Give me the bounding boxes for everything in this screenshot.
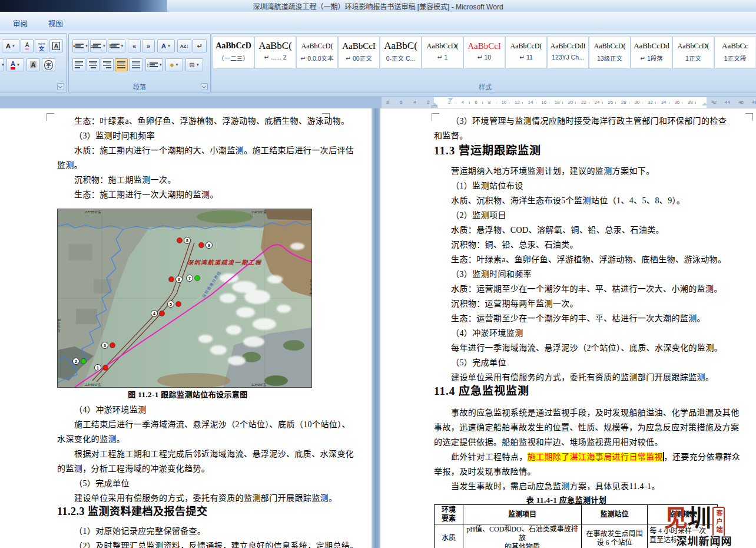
text-line[interactable]: 沉积物：施工期监测一次。 (74, 174, 176, 186)
align-right-button[interactable] (101, 58, 114, 71)
text-line[interactable]: 此外针对工程特点，施工期除了湛江海事局进行日常监视，还要充分依靠群众 (451, 451, 740, 463)
shading-button[interactable]: ◆▼ (165, 58, 183, 71)
align-left-button[interactable] (72, 58, 85, 71)
phonetic-guide-button[interactable]: wén文 (35, 39, 48, 52)
paragraph-dialog-launcher[interactable] (201, 83, 208, 90)
increase-indent-button[interactable]: » (142, 39, 155, 52)
tab-review[interactable]: 审阅 (9, 15, 31, 31)
text-line[interactable]: 生态：施工期进行一次大潮期的监测。 (74, 189, 218, 201)
style-item-6[interactable]: AaBbCcD(↵ 1 (422, 36, 463, 69)
station-number: 5 (170, 302, 172, 306)
figure-map[interactable]: 123456789深圳湾航道疏浚一期工程深圳香港分界线113°55'0"东114… (57, 209, 312, 388)
text-line[interactable]: 每年进行一季海域海流、悬浮泥沙（2个站位）、底质、水深变化的监测。 (451, 342, 722, 354)
text-line[interactable]: 当发生事故时，需启动应急监测方案，具体见表11.4-1。 (451, 481, 660, 493)
font-dialog-launcher[interactable] (57, 83, 64, 90)
text-line[interactable]: 和监督。 (434, 130, 468, 142)
text-line[interactable]: （4）冲淤环境监测 (451, 328, 523, 339)
style-item-1[interactable]: AaBbCcD（一二三） (213, 36, 254, 69)
text-line[interactable]: 水深变化的监测。 (57, 434, 125, 445)
multilevel-list-button[interactable]: ⁝▼ (108, 39, 125, 52)
text-line[interactable]: 的选定提供依据。船舶监视和岸边、堆场监视费用相对较低。 (434, 437, 663, 448)
text-line[interactable]: （1）对原始记录应完整保留备查。 (74, 526, 205, 537)
style-item-4[interactable]: AaBbCcI↵ 00正文 (338, 36, 380, 69)
character-border-button[interactable]: A (49, 39, 63, 52)
justify-button[interactable] (115, 58, 128, 71)
text-line[interactable]: 建设单位采用有偿服务的方式，委托有资质的监测部门开展跟踪监测。 (451, 372, 714, 384)
heading[interactable]: 11.3 营运期跟踪监测 (434, 145, 541, 157)
character-shading-button[interactable]: A (26, 58, 40, 71)
text-line[interactable]: 施工结束后进行一季海域海流、悬浮泥沙（2个站位）、底质（10个站位）、 (74, 419, 350, 431)
caption[interactable]: 表 11.4-1 应急监测计划 (434, 494, 699, 506)
table-cell[interactable]: 每 4 小时采样一次直至达标 (648, 524, 718, 548)
page-left[interactable]: 123456789深圳湾航道疏浚一期工程深圳香港分界线113°55'0"东114… (0, 108, 372, 548)
numbering-button[interactable]: 1▼ (90, 39, 107, 52)
tab-view[interactable]: 视图 (45, 15, 67, 31)
title-bar[interactable]: 深圳湾航道疏浚工程（一期）环境影响报告书送审稿 [兼容模式] - Microso… (0, 0, 756, 12)
align-center-button[interactable] (87, 58, 100, 71)
text-line[interactable]: 生态：运营期至少在一个潮汐年的丰、平、枯进行一次大潮的监测。 (451, 313, 705, 325)
text-line[interactable]: （4）冲淤环境监测 (74, 404, 147, 416)
text-line[interactable]: （2）及时整理汇总监测资料，反馈通报，建立良好的信息系统，定期总结。 (74, 540, 359, 548)
text-line[interactable]: 监测。 (57, 160, 82, 171)
style-item-9[interactable]: AaBbCcDdI123YJ Ch... (547, 36, 589, 69)
right-indent-marker[interactable] (702, 103, 708, 105)
text-line[interactable]: （2）监测项目 (451, 210, 506, 222)
font-color-button[interactable]: A▼ (6, 58, 24, 71)
line-spacing-button[interactable]: ↕▼ (145, 58, 163, 71)
style-item-7[interactable]: AaBbCcI↵ 10 (463, 36, 505, 69)
asian-layout-button[interactable]: A▼ (157, 39, 175, 52)
clear-formatting-button[interactable]: A (21, 39, 34, 52)
emergency-monitoring-table[interactable]: 环境要素监测项目监测站位监测频次水质pH值、COD和DO、石油类或事故排放的其他… (434, 504, 718, 548)
text-line[interactable]: （3）监测时间和频率 (451, 269, 532, 280)
text-line[interactable]: 生态：叶绿素a、鱼卵仔鱼、浮游植物、浮游动物、底栖生物、游泳动物。 (74, 115, 349, 127)
table-header-cell[interactable]: 监测项目 (463, 505, 582, 524)
show-marks-button[interactable]: ↵ (193, 39, 207, 52)
text-line[interactable]: 营运期纳入地方环境监测计划，建议的监测方案如下。 (451, 166, 655, 177)
text-line[interactable]: 水质：悬浮物、COD、溶解氧、铜、铅、总汞、石油类。 (451, 225, 664, 236)
style-item-5[interactable]: AaBbC(0-正文 C... (380, 36, 422, 69)
text-line[interactable]: （3）环境管理与监测情况应随时接受海洋行政主管部门和环保部门的检查 (451, 115, 727, 127)
style-item-11[interactable]: AaBbCcDd↵ 1段落 (631, 36, 672, 69)
text-line[interactable]: 水质：运营期至少在一个潮汐年的丰、平、枯进行一次大、小潮的监测。 (451, 283, 722, 295)
distribute-button[interactable] (129, 58, 143, 71)
text-line[interactable]: 沉积物：铜、铅、总汞、石油类。 (451, 239, 578, 251)
page-right[interactable]: 环境要素监测项目监测站位监测频次水质pH值、COD和DO、石油类或事故排放的其他… (380, 108, 756, 548)
text-line[interactable]: 的监测，分析工程海域的冲淤变化趋势。 (57, 463, 210, 475)
heading[interactable]: 11.2.3 监测资料建档及报告提交 (57, 506, 208, 517)
table-cell[interactable]: pH值、COD和DO、石油类或事故排放的其他物质 (463, 524, 582, 548)
change-case-button[interactable]: A▼ (2, 39, 19, 52)
text-line[interactable]: 水质：施工期内进行一个潮期的大、小潮监测。施工结束后进行一次后评估 (74, 145, 354, 157)
horizontal-ruler[interactable]: 8642246810121416182022242628303234363842… (382, 97, 756, 108)
text-line[interactable]: （5）完成单位 (74, 478, 130, 490)
style-item-8[interactable]: AaBbCcD(↵ 11 (505, 36, 547, 69)
text-line[interactable]: 沉积物：运营期每两年监测一次。 (451, 298, 578, 310)
text-line[interactable]: （3）监测时间和频率 (74, 130, 155, 142)
text-line[interactable]: （1）监测站位布设 (451, 180, 523, 192)
style-item-12[interactable]: AaBbCcD(1正文 (672, 36, 714, 69)
style-item-13[interactable]: AaBbCc1正文段 (714, 36, 755, 69)
text-line[interactable]: 生态：叶绿素a、鱼卵仔鱼、浮游植物、浮游动物、底栖生物、游泳动物。 (451, 254, 726, 266)
text-line[interactable]: 举报，及时发现事故险情。 (434, 466, 536, 478)
text-line[interactable]: 水质、沉积物、海洋生态布设5个监测站位（1、4、5、8、9）。 (451, 195, 685, 207)
caption[interactable]: 图 11.2-1 跟踪监测站位布设示意图 (57, 389, 319, 401)
heading[interactable]: 11.4 应急监视监测 (434, 385, 529, 397)
style-item-3[interactable]: AaBbCcD(↵ 0.0.0文本 (296, 36, 338, 69)
borders-button[interactable]: ⊞▼ (185, 58, 203, 71)
table-cell[interactable]: 在事故发生点周围设 6 个站位 (582, 524, 648, 548)
text-line[interactable]: 根据对工程施工期和工程完成后邻近海域海流、悬浮泥沙、底质、水深变化 (74, 448, 354, 460)
table-cell[interactable]: 水质 (435, 524, 463, 548)
decrease-indent-button[interactable]: « (128, 39, 141, 52)
text-line[interactable]: 事故的应急监视系统是通过监视手段，及时发现船舶溢油、化学品泄漏及其他 (451, 407, 740, 419)
table-header-cell[interactable]: 环境要素 (435, 505, 463, 524)
sort-button[interactable]: AZ↓ (177, 39, 191, 52)
highlight-color-button[interactable]: ab▼ (0, 58, 4, 71)
table-header-cell[interactable]: 监测站位 (582, 505, 648, 524)
text-line[interactable]: 事故，迅速确定船舶事故发生的位置、性质、规模等，为应急反应对策措施及方案 (434, 422, 739, 434)
text-line[interactable]: 建设单位采用有偿服务的方式，委托有资质的监测部门开展跟踪监测。 (74, 493, 337, 504)
bullets-button[interactable]: •▼ (72, 39, 89, 52)
enclose-characters-button[interactable]: 字 (42, 58, 55, 71)
table-header-cell[interactable]: 监测频次 (648, 505, 718, 524)
text-line[interactable]: （5）完成单位 (451, 357, 506, 369)
style-item-2[interactable]: AaBbC(↵ ...... 2 (254, 36, 296, 69)
style-item-10[interactable]: AaBbCcD(13级正文 (589, 36, 631, 69)
